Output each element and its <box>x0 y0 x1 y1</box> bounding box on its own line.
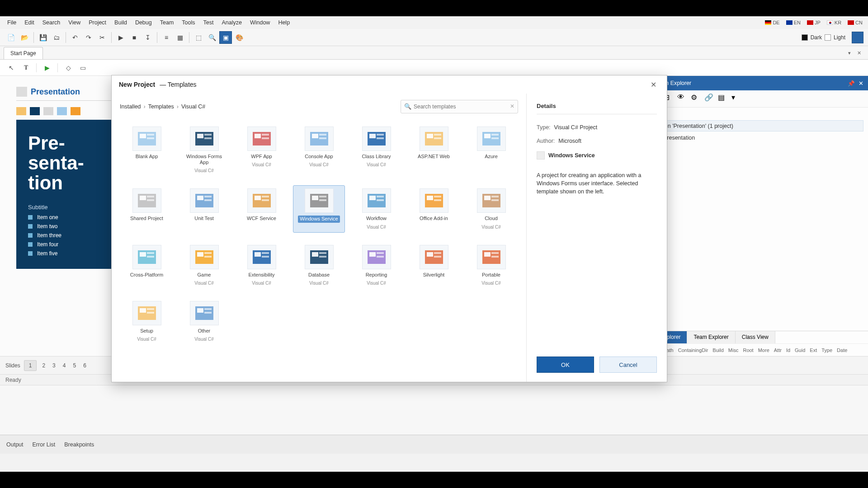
language-switch-jp[interactable]: JP <box>803 19 822 27</box>
theme-button[interactable]: 🎨 <box>233 31 245 44</box>
template-tile[interactable]: Blank App <box>121 123 173 176</box>
template-tile[interactable]: PortableVisual C# <box>465 242 517 289</box>
tab-dropdown-icon[interactable]: ▾ <box>848 50 855 57</box>
shape-tool-icon[interactable]: ◇ <box>62 62 74 74</box>
show-all-icon[interactable]: 👁 <box>677 93 689 105</box>
template-tile[interactable]: GameVisual C# <box>178 242 230 289</box>
crumb[interactable]: Visual C# <box>181 103 205 110</box>
template-tile[interactable]: Class LibraryVisual C# <box>350 123 402 176</box>
stop-button[interactable]: ■ <box>128 31 141 44</box>
filter-icon[interactable]: ▾ <box>731 93 743 105</box>
template-tile[interactable]: Office Add-in <box>408 185 460 232</box>
color-swatch-dark[interactable] <box>802 34 808 41</box>
open-button[interactable]: 📂 <box>18 31 31 44</box>
tab-close-icon[interactable]: ✕ <box>857 50 864 57</box>
template-tile[interactable]: WorkflowVisual C# <box>350 185 402 232</box>
template-tile[interactable]: WCF Service <box>236 185 288 232</box>
zoom-button[interactable]: 🔍 <box>206 31 218 44</box>
menu-build[interactable]: Build <box>111 18 131 28</box>
grid-button[interactable]: ▦ <box>174 31 186 44</box>
template-tile[interactable]: Shared Project <box>121 185 173 232</box>
save-button[interactable]: 💾 <box>37 31 49 44</box>
ok-button[interactable]: OK <box>537 357 594 373</box>
menu-file[interactable]: File <box>4 18 20 28</box>
output-tab[interactable]: Output <box>5 440 24 450</box>
crumb[interactable]: Templates <box>148 103 174 110</box>
menu-debug[interactable]: Debug <box>132 18 156 28</box>
slide-thumb[interactable]: 1 <box>24 360 37 371</box>
slide-thumb[interactable]: 4 <box>61 362 68 369</box>
slide-thumb[interactable]: 2 <box>40 362 47 369</box>
slide-thumb[interactable]: 3 <box>51 362 57 369</box>
tab-start-page[interactable]: Start Page <box>4 47 43 59</box>
save-all-button[interactable]: 🗂 <box>50 31 63 44</box>
undo-button[interactable]: ↶ <box>69 31 81 44</box>
dialog-title-bar[interactable]: New Project — Templates ✕ <box>112 75 667 94</box>
template-tile[interactable]: Cross-Platform <box>121 242 173 289</box>
align-left-button[interactable]: ≡ <box>160 31 173 44</box>
new-file-button[interactable]: 📄 <box>5 31 17 44</box>
menu-test[interactable]: Test <box>200 18 217 28</box>
template-tile[interactable]: Windows Forms AppVisual C# <box>178 123 230 176</box>
step-button[interactable]: ↧ <box>142 31 154 44</box>
cut-button[interactable]: ✂ <box>96 31 108 44</box>
image-tool-icon[interactable]: ▭ <box>77 62 89 74</box>
template-tile[interactable]: CloudVisual C# <box>465 185 517 232</box>
preview-icon[interactable]: ▤ <box>718 93 730 105</box>
error-list-tab[interactable]: Error List <box>32 440 57 450</box>
menu-window[interactable]: Window <box>246 18 274 28</box>
language-switch-cn[interactable]: CN <box>844 19 864 27</box>
language-switch-kr[interactable]: KR <box>823 19 843 27</box>
select-button[interactable]: ⬚ <box>192 31 205 44</box>
tree-root-node[interactable]: ▣ Solution 'Presentation' (1 project) <box>637 120 863 131</box>
text-tool-icon[interactable]: 𝐓 <box>20 62 32 74</box>
tree-project-node[interactable]: ▸ Presentation <box>637 134 863 141</box>
template-tile[interactable]: Silverlight <box>408 242 460 289</box>
language-switch-de[interactable]: DE <box>761 19 781 27</box>
template-tile[interactable]: Console AppVisual C# <box>293 123 345 176</box>
template-tile[interactable]: WPF AppVisual C# <box>236 123 288 176</box>
language-switch-en[interactable]: EN <box>783 19 802 27</box>
menu-search[interactable]: Search <box>39 18 64 28</box>
panel-pin-icon[interactable]: 📌 <box>848 80 855 87</box>
template-tile[interactable]: SetupVisual C# <box>121 298 173 345</box>
clear-search-icon[interactable]: ✕ <box>510 103 514 109</box>
search-input[interactable] <box>401 100 518 113</box>
panel-close-icon[interactable]: ✕ <box>859 80 863 87</box>
panel-title-bar[interactable]: Solution Explorer 📌 ✕ <box>633 76 868 90</box>
sync-icon[interactable]: 🔗 <box>704 93 716 105</box>
slide-thumb[interactable]: 5 <box>71 362 78 369</box>
template-tile[interactable]: DatabaseVisual C# <box>293 242 345 289</box>
template-tile[interactable]: ExtensibilityVisual C# <box>236 242 288 289</box>
svg-rect-75 <box>377 256 384 258</box>
template-tile[interactable]: Windows Service <box>293 185 345 232</box>
slide-thumb[interactable]: 6 <box>81 362 88 369</box>
template-tile[interactable]: Azure <box>465 123 517 176</box>
redo-button[interactable]: ↷ <box>82 31 95 44</box>
panel-tab-class[interactable]: Class View <box>736 331 775 343</box>
play-slide-icon[interactable]: ▶ <box>41 62 53 74</box>
pointer-tool-icon[interactable]: ↖ <box>5 62 17 74</box>
template-tile[interactable]: ASP.NET Web <box>408 123 460 176</box>
menu-team[interactable]: Team <box>156 18 178 28</box>
solution-tree[interactable]: ⌕ ▣ Solution 'Presentation' (1 project) … <box>633 108 868 331</box>
menu-help[interactable]: Help <box>274 18 293 28</box>
properties-icon[interactable]: ⚙ <box>691 93 703 105</box>
menu-analyze[interactable]: Analyze <box>218 18 245 28</box>
menu-tools[interactable]: Tools <box>178 18 198 28</box>
run-button[interactable]: ▶ <box>114 31 127 44</box>
panel-tab-team[interactable]: Team Explorer <box>687 331 735 343</box>
template-tile[interactable]: ReportingVisual C# <box>350 242 402 289</box>
crumb[interactable]: Installed <box>120 103 141 110</box>
present-button[interactable]: ▣ <box>219 31 232 44</box>
dialog-close-button[interactable]: ✕ <box>647 78 660 91</box>
template-tile[interactable]: OtherVisual C# <box>178 298 230 345</box>
template-tile[interactable]: Unit Test <box>178 185 230 232</box>
cancel-button[interactable]: Cancel <box>599 357 657 373</box>
menu-project[interactable]: Project <box>85 18 110 28</box>
menu-edit[interactable]: Edit <box>21 18 38 28</box>
color-swatch-light[interactable] <box>825 34 831 41</box>
menu-view[interactable]: View <box>65 18 84 28</box>
accent-button[interactable] <box>852 32 863 43</box>
breakpoints-tab[interactable]: Breakpoints <box>63 440 95 450</box>
